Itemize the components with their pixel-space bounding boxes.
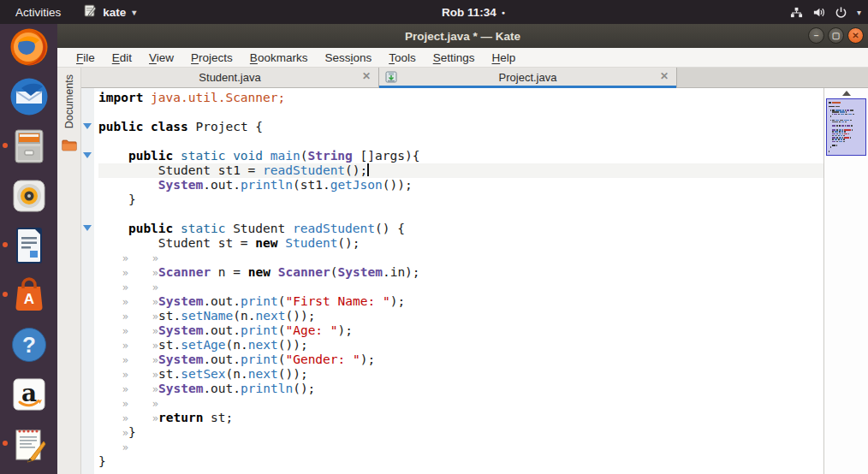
code-area[interactable]: import java.util.Scanner;public class Pr… bbox=[94, 88, 823, 474]
system-tray[interactable]: ▾ bbox=[790, 0, 861, 24]
fold-arrow-icon[interactable] bbox=[83, 123, 92, 129]
menu-sessions[interactable]: Sessions bbox=[316, 51, 380, 64]
code-line[interactable] bbox=[98, 207, 823, 222]
tab-whitespace-marker: » bbox=[128, 266, 158, 281]
menu-projects[interactable]: Projects bbox=[182, 51, 241, 64]
dock-item-ubuntu-software[interactable]: A bbox=[9, 275, 50, 316]
title-bar[interactable]: Project.java * — Kate –▢✕ bbox=[57, 24, 868, 48]
code-line[interactable]: public static void main(String []args){ bbox=[98, 149, 823, 163]
volume-icon bbox=[812, 6, 825, 19]
close-button[interactable]: ✕ bbox=[847, 27, 864, 44]
gnome-top-bar: Activities kate ▾ Rob 11:34 ● ▾ bbox=[0, 0, 868, 24]
code-line[interactable]: »»return st; bbox=[98, 411, 823, 425]
activities-button[interactable]: Activities bbox=[15, 6, 61, 19]
code-line[interactable] bbox=[98, 134, 823, 149]
tab-whitespace-marker: » bbox=[98, 368, 128, 382]
network-icon bbox=[790, 6, 803, 19]
code-line[interactable]: »»System.out.println(); bbox=[98, 382, 823, 396]
svg-text:A: A bbox=[23, 291, 33, 307]
running-indicator-dot bbox=[3, 292, 8, 297]
tab-close-icon[interactable]: ✕ bbox=[660, 70, 669, 82]
notification-dot: ● bbox=[502, 9, 505, 15]
app-menu-label: kate bbox=[103, 6, 126, 19]
text-caret bbox=[367, 163, 369, 176]
svg-text:?: ? bbox=[22, 332, 36, 358]
dock-item-libreoffice-writer[interactable] bbox=[9, 225, 50, 266]
toolview-sidebar: Documents bbox=[57, 68, 81, 474]
code-line[interactable]: »»st.setAge(n.next()); bbox=[98, 338, 823, 353]
menu-view[interactable]: View bbox=[140, 51, 182, 64]
dock-item-amazon[interactable]: a bbox=[9, 374, 50, 415]
tab-whitespace-marker: » bbox=[128, 368, 158, 382]
tab-whitespace-marker: » bbox=[128, 339, 158, 353]
tab-whitespace-marker: » bbox=[98, 397, 128, 412]
code-line[interactable]: Student st = new Student(); bbox=[98, 236, 823, 251]
maximize-button[interactable]: ▢ bbox=[828, 27, 844, 44]
menu-help[interactable]: Help bbox=[484, 51, 525, 64]
screen: Activities kate ▾ Rob 11:34 ● ▾ A?a bbox=[0, 0, 868, 474]
fold-gutter[interactable] bbox=[81, 88, 94, 474]
code-line[interactable]: public class Project { bbox=[98, 120, 823, 134]
scrollbar-column[interactable] bbox=[823, 88, 868, 474]
amazon-icon: a bbox=[9, 374, 50, 415]
fold-arrow-icon[interactable] bbox=[83, 152, 92, 158]
tab-whitespace-marker: » bbox=[128, 382, 158, 397]
code-line[interactable]: »»System.out.print("Gender: "); bbox=[98, 353, 823, 367]
dock-item-firefox[interactable] bbox=[9, 27, 50, 68]
menu-file[interactable]: File bbox=[68, 51, 104, 64]
code-editor[interactable]: import java.util.Scanner;public class Pr… bbox=[81, 88, 823, 474]
menu-bar: FileEditViewProjectsBookmarksSessionsToo… bbox=[57, 48, 868, 68]
code-line[interactable]: »»System.out.print("First Name: "); bbox=[98, 294, 823, 309]
tab-whitespace-marker: » bbox=[98, 339, 128, 353]
tab-label: Project.java bbox=[499, 71, 557, 84]
code-line[interactable]: »»st.setSex(n.next()); bbox=[98, 367, 823, 382]
tab-student-java[interactable]: Student.java✕ bbox=[81, 68, 379, 87]
help-icon: ? bbox=[9, 324, 50, 365]
documents-toolview-button[interactable]: Documents bbox=[63, 74, 75, 128]
dock-item-help[interactable]: ? bbox=[9, 324, 50, 365]
code-line[interactable]: »» bbox=[98, 251, 823, 265]
code-line[interactable]: import java.util.Scanner; bbox=[98, 91, 823, 105]
dock-item-text-editor[interactable] bbox=[9, 424, 50, 465]
document-minimap[interactable] bbox=[826, 98, 866, 156]
minimize-button[interactable]: – bbox=[808, 27, 824, 44]
code-line[interactable]: »» bbox=[98, 280, 823, 294]
code-line[interactable]: »} bbox=[98, 425, 823, 440]
tab-project-java[interactable]: Project.java✕ bbox=[379, 68, 677, 87]
chevron-down-icon: ▾ bbox=[132, 8, 136, 17]
ubuntu-dock: A?a bbox=[0, 24, 57, 474]
projects-folder-icon[interactable] bbox=[62, 139, 77, 155]
tab-whitespace-marker: » bbox=[128, 412, 158, 426]
menu-settings[interactable]: Settings bbox=[425, 51, 484, 64]
libreoffice-writer-icon bbox=[9, 225, 50, 266]
code-line[interactable]: } bbox=[98, 454, 823, 469]
current-code-line[interactable]: Student st1 = readStudent(); bbox=[98, 163, 823, 178]
menu-tools[interactable]: Tools bbox=[380, 51, 425, 64]
code-line[interactable]: »» bbox=[98, 396, 823, 411]
clock-label: Rob 11:34 bbox=[442, 6, 496, 19]
text-editor-icon bbox=[9, 424, 50, 465]
menu-bookmarks[interactable]: Bookmarks bbox=[241, 51, 317, 64]
files-icon bbox=[9, 126, 50, 167]
firefox-icon bbox=[9, 27, 50, 68]
dock-item-files[interactable] bbox=[9, 126, 50, 167]
dock-item-thunderbird[interactable] bbox=[9, 76, 50, 117]
fold-arrow-icon[interactable] bbox=[83, 225, 92, 231]
code-line[interactable]: »»Scanner n = new Scanner(System.in); bbox=[98, 265, 823, 280]
code-line[interactable] bbox=[98, 105, 823, 120]
rhythmbox-icon bbox=[9, 175, 50, 216]
clock[interactable]: Rob 11:34 ● bbox=[442, 0, 505, 24]
code-line[interactable]: » bbox=[98, 440, 823, 454]
scroll-up-arrow-icon[interactable] bbox=[842, 91, 851, 96]
power-icon bbox=[835, 6, 847, 19]
menu-edit[interactable]: Edit bbox=[104, 51, 140, 64]
app-menu[interactable]: kate ▾ bbox=[83, 4, 136, 21]
code-line[interactable]: System.out.println(st1.getJson()); bbox=[98, 178, 823, 193]
dock-item-rhythmbox[interactable] bbox=[9, 175, 50, 216]
code-line[interactable]: } bbox=[98, 193, 823, 207]
code-line[interactable]: »»st.setName(n.next()); bbox=[98, 309, 823, 323]
code-line[interactable]: »»System.out.print("Age: "); bbox=[98, 323, 823, 338]
code-line[interactable]: public static Student readStudent() { bbox=[98, 222, 823, 236]
tab-close-icon[interactable]: ✕ bbox=[362, 70, 371, 82]
tab-whitespace-marker: » bbox=[98, 252, 128, 266]
